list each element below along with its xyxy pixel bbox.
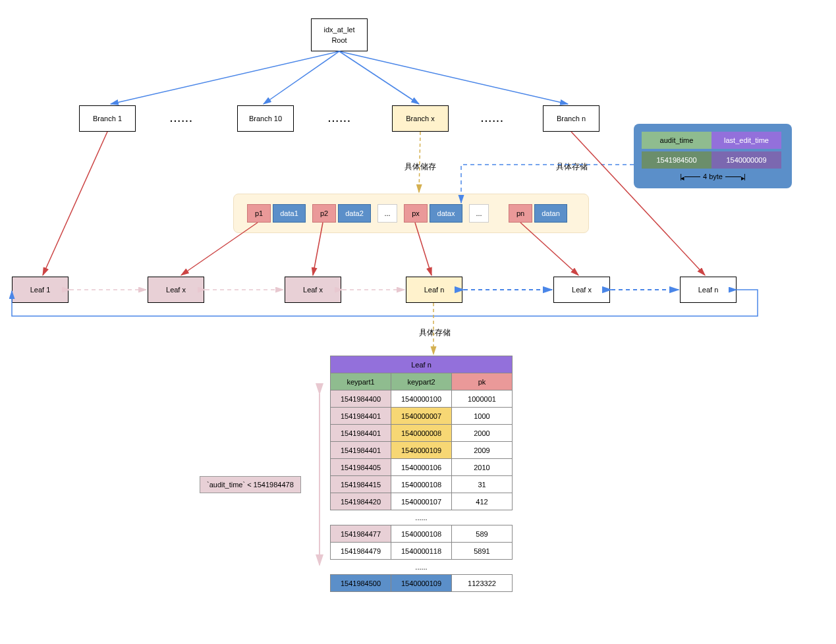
sp-value-row: 1541984500 1540000009 — [642, 151, 784, 169]
cell-p1: p1 — [247, 204, 271, 223]
sp-edit-val: 1540000009 — [711, 151, 781, 169]
leaf-x-a: Leaf x — [148, 277, 204, 303]
ellipsis-3: ...... — [481, 113, 504, 124]
th-keypart2: keypart2 — [391, 373, 452, 390]
cell-dots2: ... — [469, 204, 489, 223]
th-pk: pk — [452, 373, 513, 390]
ellipsis-1: ...... — [170, 113, 193, 124]
branch-n: Branch n — [543, 105, 599, 132]
cell-dn: datan — [534, 204, 567, 223]
sp-audit-val: 1541984500 — [642, 151, 711, 169]
sp-last-edit: last_edit_time — [711, 132, 781, 149]
root-line1: idx_at_let — [323, 24, 354, 36]
cell-px: px — [404, 204, 428, 223]
cell-dx: datax — [430, 204, 462, 223]
storage-label-2: 具体存储 — [556, 161, 588, 173]
branch-10: Branch 10 — [237, 105, 294, 132]
ellipsis-2: ...... — [328, 113, 351, 124]
branch-1: Branch 1 — [79, 105, 136, 132]
annotation-audit-time: `audit_time` < 1541984478 — [200, 476, 301, 493]
byte-label: | ◂ 4 byte ▸ | — [642, 173, 784, 180]
svg-line-5 — [43, 132, 107, 275]
leaf-n-table: Leaf n keypart1 keypart2 pk 154198440015… — [330, 356, 513, 592]
sp-header-row: audit_time last_edit_time — [642, 132, 784, 149]
svg-line-1 — [264, 51, 339, 104]
branch-x: Branch x — [392, 105, 449, 132]
cell-d2: data2 — [338, 204, 371, 223]
table-ellipsis-2: ...... — [331, 560, 513, 575]
cell-dots1: ... — [377, 204, 397, 223]
svg-line-0 — [111, 51, 339, 104]
svg-line-3 — [339, 51, 568, 104]
cell-p2: p2 — [312, 204, 336, 223]
storage-label-1: 具体储存 — [404, 161, 436, 173]
root-line2: Root — [331, 35, 347, 46]
storage-label-3: 具体存储 — [419, 327, 451, 338]
cell-d1: data1 — [273, 204, 306, 223]
table-ellipsis-1: ...... — [331, 510, 513, 525]
leaf-1: Leaf 1 — [12, 277, 69, 303]
leaf-n-a: Leaf n — [406, 277, 462, 303]
root-node: idx_at_let Root — [311, 18, 368, 51]
svg-line-2 — [339, 51, 419, 104]
leaf-x-b: Leaf x — [285, 277, 341, 303]
th-keypart1: keypart1 — [331, 373, 391, 390]
leaf-x-c: Leaf x — [553, 277, 610, 303]
cell-pn: pn — [509, 204, 532, 223]
leaf-n-b: Leaf n — [680, 277, 737, 303]
sp-audit-time: audit_time — [642, 132, 711, 149]
side-panel: audit_time last_edit_time 1541984500 154… — [634, 124, 792, 188]
table-title: Leaf n — [331, 356, 513, 373]
